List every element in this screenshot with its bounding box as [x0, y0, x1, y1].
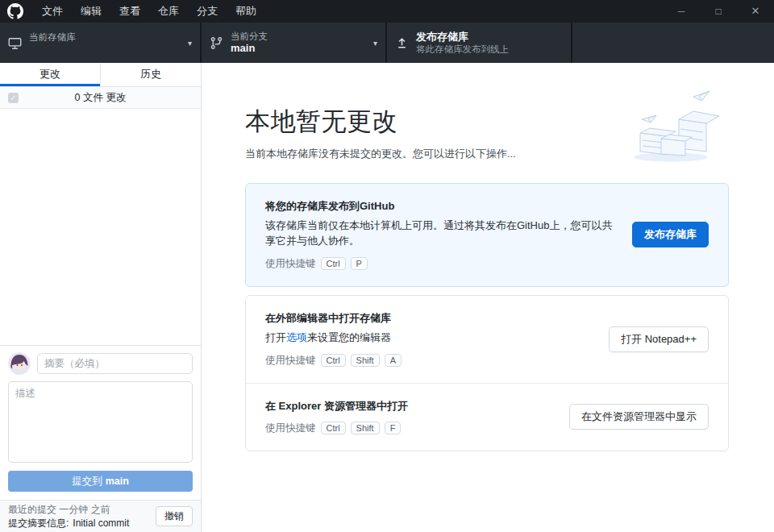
commit-form: 提交到main	[0, 345, 201, 500]
show-in-explorer-button[interactable]: 在文件资源管理器中显示	[569, 404, 709, 430]
sidebar-tabs: 更改 历史	[0, 63, 201, 87]
publish-card-body: 该存储库当前仅在本地计算机上可用。通过将其发布在GitHub上，您可以共享它并与…	[265, 218, 618, 249]
commit-summary-label: 提交摘要信息:	[8, 517, 69, 529]
commit-description-input[interactable]	[8, 381, 193, 463]
toolbar: 当前存储库 ▾ 当前分支 main ▾ 发布存储库 将此存储库发布到线上	[0, 23, 774, 63]
shortcut-label: 使用快捷键	[265, 422, 316, 435]
kbd-key: Ctrl	[321, 257, 346, 270]
publish-repository-button[interactable]: 发布存储库	[632, 222, 709, 247]
kbd-key: P	[351, 257, 368, 270]
current-repository-label: 当前存储库	[29, 31, 183, 43]
open-editor-title: 在外部编辑器中打开存储库	[265, 311, 594, 326]
kbd-key: F	[385, 422, 402, 434]
menu-branch[interactable]: 分支	[188, 0, 227, 23]
shortcut-label: 使用快捷键	[265, 354, 316, 368]
menu-bar: 文件 编辑 查看 仓库 分支 帮助	[33, 0, 265, 23]
publish-repository-subtitle: 将此存储库发布到线上	[416, 44, 563, 55]
publish-repository-title: 发布存储库	[416, 31, 563, 44]
upload-icon	[395, 36, 409, 50]
commit-button[interactable]: 提交到main	[8, 471, 193, 492]
kbd-key: Ctrl	[321, 354, 346, 367]
current-branch-name: main	[231, 42, 368, 55]
current-branch-dropdown[interactable]: 当前分支 main ▾	[202, 23, 387, 63]
open-editor-button[interactable]: 打开 Notepad++	[609, 326, 709, 352]
chevron-down-icon: ▾	[373, 39, 377, 48]
publish-card-title: 将您的存储库发布到GitHub	[265, 199, 618, 214]
recent-commit-time: 最近的提交 一分钟 之前	[8, 503, 156, 516]
tab-changes[interactable]: 更改	[0, 63, 100, 86]
empty-state-illustration	[616, 87, 729, 167]
changed-files-list	[0, 109, 201, 345]
files-changed-count: 0 文件 更改	[0, 91, 201, 105]
title-bar: 文件 编辑 查看 仓库 分支 帮助 ─ □ ✕	[0, 0, 774, 23]
open-explorer-title: 在 Explorer 资源管理器中打开	[265, 399, 555, 414]
chevron-down-icon: ▾	[188, 39, 192, 48]
commit-summary-input[interactable]	[37, 353, 193, 374]
kbd-key: Ctrl	[321, 422, 346, 434]
recent-commit-bar: 最近的提交 一分钟 之前 提交摘要信息:Initial commit 撤销	[0, 500, 201, 532]
menu-edit[interactable]: 编辑	[72, 0, 110, 23]
toolbar-spacer	[572, 23, 774, 63]
current-repository-dropdown[interactable]: 当前存储库 ▾	[0, 23, 202, 63]
window-controls: ─ □ ✕	[663, 0, 774, 23]
menu-view[interactable]: 查看	[110, 0, 149, 23]
menu-repository[interactable]: 仓库	[149, 0, 188, 23]
commit-summary-value: Initial commit	[73, 517, 129, 529]
undo-button[interactable]: 撤销	[156, 506, 193, 526]
github-logo-icon	[7, 3, 23, 19]
tab-history[interactable]: 历史	[100, 63, 201, 86]
current-branch-label: 当前分支	[231, 31, 368, 42]
kbd-key: Shift	[351, 354, 380, 367]
branch-icon	[210, 36, 223, 50]
avatar	[8, 352, 31, 375]
kbd-key: A	[385, 354, 402, 367]
open-editor-body-prefix: 打开	[265, 331, 286, 343]
menu-file[interactable]: 文件	[33, 0, 72, 23]
shortcut-label: 使用快捷键	[265, 257, 316, 271]
publish-card: 将您的存储库发布到GitHub 该存储库当前仅在本地计算机上可用。通过将其发布在…	[245, 183, 729, 287]
commit-button-branch: main	[106, 476, 129, 487]
commit-button-label: 提交到	[72, 476, 102, 487]
open-actions-card: 在外部编辑器中打开存储库 打开选项来设置您的编辑器 使用快捷键 Ctrl Shi…	[245, 295, 729, 451]
kbd-key: Shift	[351, 422, 380, 434]
sidebar: 更改 历史 ✓ 0 文件 更改	[0, 63, 202, 532]
computer-icon	[8, 36, 22, 50]
maximize-icon[interactable]: □	[700, 0, 737, 23]
files-changed-row: ✓ 0 文件 更改	[0, 87, 201, 109]
minimize-icon[interactable]: ─	[663, 0, 700, 23]
open-editor-body-suffix: 来设置您的编辑器	[307, 331, 391, 343]
publish-repository-toolbar-button[interactable]: 发布存储库 将此存储库发布到线上	[387, 23, 572, 63]
menu-help[interactable]: 帮助	[227, 0, 265, 23]
options-link[interactable]: 选项	[286, 331, 307, 343]
close-icon[interactable]: ✕	[737, 0, 774, 23]
main-content: 本地暂无更改 当前本地存储库没有未提交的更改。您可以进行以下操作... 将您的存…	[202, 63, 774, 532]
